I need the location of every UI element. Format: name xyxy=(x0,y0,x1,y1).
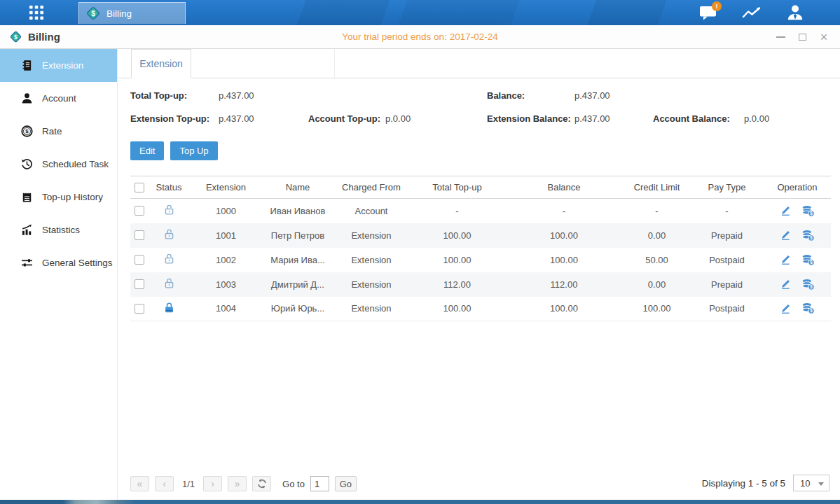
next-page-button[interactable]: › xyxy=(203,476,222,491)
window-titlebar: $ Billing Your trial period ends on: 201… xyxy=(0,25,840,49)
operation-cell: $ xyxy=(764,279,831,290)
extension-topup-value: p.437.00 xyxy=(219,113,308,124)
balance-label: Balance: xyxy=(487,90,574,101)
window-title-group: $ Billing xyxy=(9,25,60,48)
taskbar-decor-band xyxy=(296,0,390,25)
sidebar-item-topup-history[interactable]: Top-up History xyxy=(0,181,117,214)
lock-open-icon xyxy=(163,253,175,265)
sidebar-item-label: Extension xyxy=(42,60,83,71)
cell-charged-from: Extension xyxy=(333,272,410,297)
close-button[interactable]: × xyxy=(819,32,829,42)
taskbar-decor-band xyxy=(398,0,519,25)
svg-text:$: $ xyxy=(25,128,29,134)
page-indicator: 1/1 xyxy=(182,479,195,489)
sliders-icon xyxy=(21,257,33,269)
select-all-checkbox[interactable] xyxy=(135,183,144,192)
cell-total-topup: 112.00 xyxy=(410,272,504,297)
apps-grid-icon[interactable] xyxy=(24,4,49,22)
cell-credit-limit: 100.00 xyxy=(624,297,690,321)
col-charged-from: Charged From xyxy=(333,176,410,199)
top-up-row-icon[interactable]: $ xyxy=(801,205,815,217)
cell-name: Иван Иванов xyxy=(263,199,333,223)
page-size-select[interactable]: 10 xyxy=(793,475,829,491)
operation-cell: $ xyxy=(764,230,831,241)
top-up-button[interactable]: Top Up xyxy=(170,141,217,160)
sidebar-item-statistics[interactable]: Statistics xyxy=(0,214,117,246)
cell-extension: 1000 xyxy=(189,199,263,223)
taskbar-decor-band xyxy=(587,0,666,25)
status-unlocked xyxy=(163,253,175,265)
summary-panel: Total Top-up: p.437.00 Extension Top-up:… xyxy=(118,78,840,136)
sidebar-item-extension[interactable]: Extension xyxy=(0,49,117,82)
table-row: 1004Юрий Юрь...Extension100.00100.00100.… xyxy=(130,297,831,321)
edit-row-icon[interactable] xyxy=(780,279,791,290)
lock-open-icon xyxy=(163,204,175,216)
prev-page-button[interactable]: ‹ xyxy=(155,476,174,491)
edit-button[interactable]: Edit xyxy=(130,141,164,160)
row-checkbox[interactable] xyxy=(135,279,144,289)
edit-row-icon[interactable] xyxy=(780,254,791,265)
last-page-button[interactable]: » xyxy=(228,476,247,491)
top-up-row-icon[interactable]: $ xyxy=(801,302,815,314)
row-checkbox[interactable] xyxy=(135,230,144,240)
page-size-value: 10 xyxy=(800,478,810,489)
top-up-row-icon[interactable]: $ xyxy=(801,254,815,266)
cell-pay-type: Postpaid xyxy=(690,297,764,321)
goto-page-input[interactable] xyxy=(310,476,329,491)
cell-name: Юрий Юрь... xyxy=(263,297,333,321)
go-button[interactable]: Go xyxy=(335,476,357,491)
status-locked xyxy=(163,302,175,314)
sidebar-item-general-settings[interactable]: General Settings xyxy=(0,246,117,279)
sidebar-item-account[interactable]: Account xyxy=(0,82,117,115)
cell-charged-from: Extension xyxy=(333,297,410,321)
minimize-button[interactable] xyxy=(776,32,785,42)
chart-bars-icon xyxy=(21,224,33,236)
row-checkbox[interactable] xyxy=(135,255,144,265)
account-topup-label: Account Top-up: xyxy=(308,113,385,124)
sidebar-item-label: Top-up History xyxy=(42,192,103,202)
messages-icon[interactable]: ! xyxy=(697,3,719,22)
table-row: 1002Мария Ива...Extension100.00100.0050.… xyxy=(130,248,831,272)
taskbar-tab-billing[interactable]: $ Billing xyxy=(78,2,186,24)
edit-row-icon[interactable] xyxy=(780,303,791,314)
top-up-row-icon[interactable]: $ xyxy=(801,279,815,290)
col-total-topup: Total Top-up xyxy=(410,176,504,199)
main-content: Extension Total Top-up: p.437.00 Extensi… xyxy=(118,49,840,500)
chevron-down-icon xyxy=(818,482,824,486)
sidebar-item-label: Account xyxy=(42,93,76,104)
tab-extension[interactable]: Extension xyxy=(131,49,191,78)
sidebar-item-scheduled-task[interactable]: Scheduled Task xyxy=(0,148,117,181)
cell-pay-type: Prepaid xyxy=(690,223,764,248)
svg-text:$: $ xyxy=(810,235,813,241)
svg-text:$: $ xyxy=(810,211,813,216)
first-page-button[interactable]: « xyxy=(130,476,149,491)
goto-label: Go to xyxy=(282,479,305,489)
user-icon[interactable] xyxy=(784,3,806,22)
svg-text:$: $ xyxy=(810,284,813,290)
row-checkbox[interactable] xyxy=(135,206,144,216)
account-balance-value: p.0.00 xyxy=(744,113,769,124)
edit-row-icon[interactable] xyxy=(780,205,791,216)
edit-row-icon[interactable] xyxy=(780,230,791,241)
maximize-button[interactable] xyxy=(797,32,807,42)
cell-balance: 100.00 xyxy=(504,297,624,321)
status-unlocked xyxy=(163,228,175,240)
dollar-coin-icon: $ xyxy=(21,125,33,137)
tab-divider xyxy=(334,49,335,78)
refresh-icon xyxy=(257,479,267,489)
operation-cell: $ xyxy=(764,302,831,314)
cell-charged-from: Extension xyxy=(333,223,410,248)
refresh-button[interactable] xyxy=(252,476,271,491)
cell-balance: - xyxy=(504,199,624,223)
sidebar-item-rate[interactable]: $ Rate xyxy=(0,115,117,148)
col-status: Status xyxy=(149,176,189,199)
row-checkbox[interactable] xyxy=(135,304,144,314)
resource-monitor-icon[interactable] xyxy=(741,3,763,22)
col-operation: Operation xyxy=(764,176,831,199)
sidebar-item-label: Scheduled Task xyxy=(42,159,109,169)
top-up-row-icon[interactable]: $ xyxy=(801,230,815,241)
cell-name: Дмитрий Д... xyxy=(263,272,333,297)
sidebar: Extension Account $ Rate Scheduled Task xyxy=(0,49,118,500)
desktop-bottom-strip xyxy=(0,500,840,504)
history-clock-icon xyxy=(21,158,33,170)
